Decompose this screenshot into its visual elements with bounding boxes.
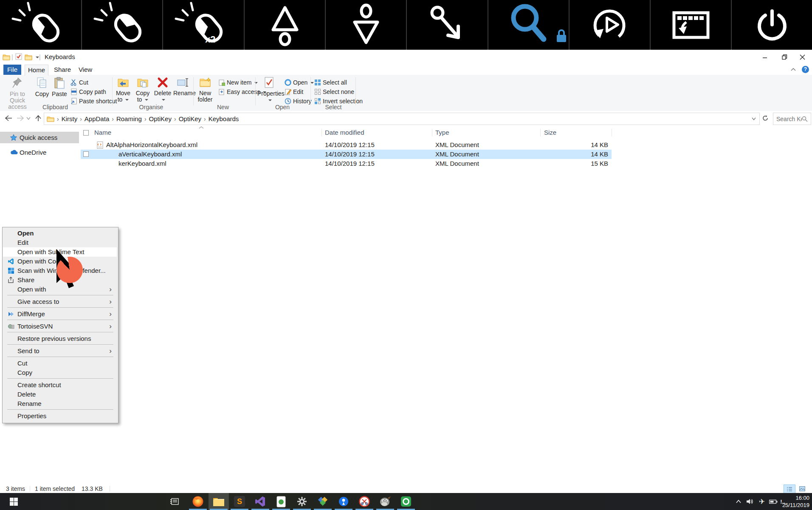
file-row-selected[interactable]: aVerticalKeyboard.xml 14/10/2019 12:15 X… xyxy=(81,150,612,159)
taskbar-app-settings[interactable] xyxy=(292,493,312,510)
menu-item-open[interactable]: Open xyxy=(3,229,117,238)
menu-item-give-access-to[interactable]: Give access to› xyxy=(3,297,117,306)
rename-button[interactable]: Rename xyxy=(173,77,193,96)
menu-item-properties[interactable]: Properties xyxy=(3,411,117,421)
move-to-button[interactable]: Move to xyxy=(114,77,133,103)
taskbar-app-sublime-text[interactable]: S xyxy=(229,493,250,510)
taskbar-app-notes[interactable] xyxy=(271,493,291,510)
search-input[interactable] xyxy=(773,116,802,122)
search-box[interactable] xyxy=(773,113,811,125)
copy-to-button[interactable]: Copy to xyxy=(133,77,152,103)
tray-airplane-mode-icon[interactable]: ✈ xyxy=(756,493,768,510)
paste-shortcut-button[interactable]: Paste shortcut xyxy=(70,97,117,105)
breadcrumb-appdata[interactable]: AppData xyxy=(83,115,111,122)
pin-to-quick-access-button[interactable]: Pin to Quick access xyxy=(3,77,32,110)
column-header-name[interactable]: Name xyxy=(94,128,111,138)
open-button[interactable]: Open xyxy=(285,78,314,87)
tray-battery-icon[interactable] xyxy=(768,493,779,510)
tray-expand-button[interactable] xyxy=(733,493,744,510)
qat-new-folder-button[interactable] xyxy=(25,54,32,60)
menu-item-create-shortcut[interactable]: Create shortcut xyxy=(3,380,117,390)
address-dropdown-icon[interactable] xyxy=(752,117,756,120)
tray-volume-button[interactable] xyxy=(744,493,756,510)
magnify-button[interactable] xyxy=(488,0,570,50)
repeat-last-action-button[interactable] xyxy=(569,0,651,50)
file-row[interactable]: kerKeyboard.xml 14/10/2019 12:15 XML Doc… xyxy=(81,159,612,168)
menu-item-send-to[interactable]: Send to› xyxy=(3,346,117,356)
menu-item-diffmerge[interactable]: DiffMerge› xyxy=(3,309,117,319)
mouse-double-click-button[interactable]: x2 xyxy=(162,0,244,50)
taskbar-app-optikey[interactable] xyxy=(396,493,416,510)
column-header-date[interactable]: Date modified xyxy=(325,128,364,138)
taskbar-app-file-explorer[interactable] xyxy=(209,493,229,510)
qat-customize-arrow-icon[interactable] xyxy=(36,57,39,58)
menu-item-tortoisesvn[interactable]: TortoiseSVN› xyxy=(3,322,117,331)
select-all-button[interactable]: Select all xyxy=(314,78,347,87)
new-folder-button[interactable]: New folder xyxy=(195,77,215,103)
breadcrumb-optikey2[interactable]: OptiKey xyxy=(177,115,203,122)
thumbnail-view-button[interactable] xyxy=(797,484,808,493)
collapse-ribbon-icon[interactable] xyxy=(791,68,796,71)
row-checkbox[interactable] xyxy=(83,151,89,157)
menu-item-cut[interactable]: Cut xyxy=(3,359,117,368)
qat-properties-button[interactable] xyxy=(15,53,23,60)
task-view-button[interactable] xyxy=(165,493,185,510)
sidebar-item-onedrive[interactable]: OneDrive xyxy=(0,147,79,158)
refresh-button[interactable] xyxy=(760,113,770,123)
up-button[interactable] xyxy=(33,113,43,123)
breadcrumb-kirsty[interactable]: Kirsty xyxy=(60,115,79,122)
quit-button[interactable] xyxy=(731,0,812,50)
column-header-size[interactable]: Size xyxy=(544,128,556,138)
select-none-button[interactable]: Select none xyxy=(314,88,354,96)
recent-locations-arrow-icon[interactable] xyxy=(25,113,31,123)
tab-view[interactable]: View xyxy=(76,65,94,75)
cut-button[interactable]: Cut xyxy=(70,78,88,87)
minimize-button[interactable] xyxy=(755,50,775,64)
back-button[interactable] xyxy=(3,113,14,123)
menu-item-delete[interactable]: Delete xyxy=(3,390,117,399)
taskbar-clock[interactable]: 16:00 25/11/2019 xyxy=(782,494,809,509)
details-view-button[interactable] xyxy=(784,484,795,494)
forward-button[interactable] xyxy=(15,113,25,123)
taskbar-app-maps[interactable] xyxy=(333,493,354,510)
paste-button[interactable]: Paste xyxy=(51,77,68,97)
new-item-button[interactable]: New item xyxy=(218,78,258,87)
scroll-up-button[interactable] xyxy=(244,0,326,50)
mouse-left-click-button[interactable] xyxy=(0,0,81,50)
delete-button[interactable]: Delete xyxy=(153,77,172,103)
dock-keyboard-button[interactable] xyxy=(650,0,732,50)
column-divider[interactable] xyxy=(612,129,612,136)
menu-item-rename[interactable]: Rename xyxy=(3,399,117,408)
taskbar-app-gimp[interactable] xyxy=(375,493,395,510)
tab-home[interactable]: Home xyxy=(25,65,48,76)
breadcrumb-keyboards[interactable]: Keyboards xyxy=(207,115,241,122)
tab-file[interactable]: File xyxy=(3,65,21,75)
breadcrumb-roaming[interactable]: Roaming xyxy=(115,115,144,122)
copy-button[interactable]: Copy xyxy=(34,77,50,97)
taskbar-app-snipping-tool[interactable] xyxy=(354,493,375,510)
column-header-type[interactable]: Type xyxy=(435,128,449,138)
column-divider[interactable] xyxy=(432,129,432,136)
start-button[interactable] xyxy=(3,493,24,510)
menu-item-edit[interactable]: Edit xyxy=(3,238,117,247)
taskbar-app-firefox[interactable] xyxy=(188,493,208,510)
mouse-drag-button[interactable] xyxy=(406,0,488,50)
taskbar-app-visual-studio[interactable] xyxy=(250,493,271,510)
help-button[interactable]: ? xyxy=(802,66,809,73)
edit-button[interactable]: Edit xyxy=(285,88,303,96)
taskbar-app-diffmerge[interactable] xyxy=(313,493,333,510)
sidebar-item-quick-access[interactable]: Quick access xyxy=(0,132,79,143)
mouse-right-click-button[interactable] xyxy=(81,0,163,50)
menu-item-restore-previous-versions[interactable]: Restore previous versions xyxy=(3,334,117,343)
close-button[interactable] xyxy=(792,50,812,64)
restore-button[interactable] xyxy=(775,50,794,64)
address-bar[interactable]: › Kirsty› AppData› Roaming› OptiKey› Opt… xyxy=(44,113,760,125)
breadcrumb-optikey1[interactable]: OptiKey xyxy=(147,115,173,122)
tab-share[interactable]: Share xyxy=(53,65,72,75)
properties-button[interactable]: Properties xyxy=(257,77,281,103)
scroll-down-button[interactable] xyxy=(325,0,407,50)
column-divider[interactable] xyxy=(321,129,322,136)
file-row[interactable]: AltAlphaHorizontalKeyboard.xml 14/10/201… xyxy=(81,140,612,150)
menu-item-copy[interactable]: Copy xyxy=(3,368,117,377)
select-all-checkbox[interactable] xyxy=(83,130,89,136)
